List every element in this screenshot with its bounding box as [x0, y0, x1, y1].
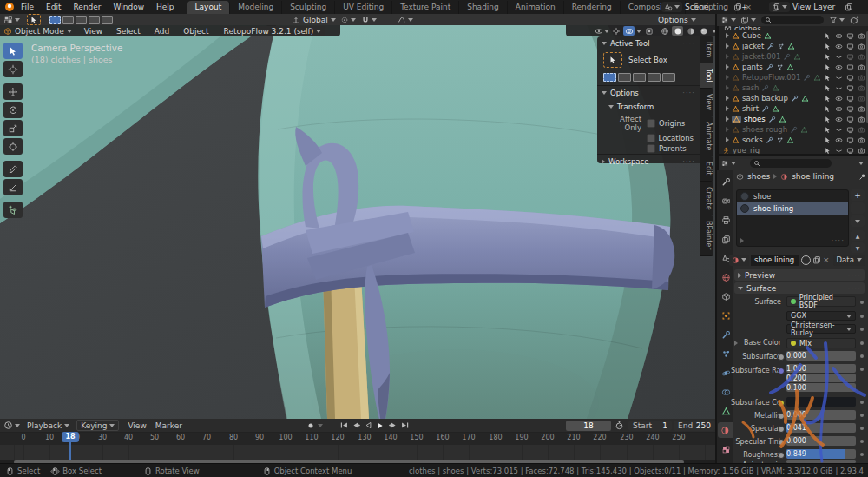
roughness-socket[interactable]	[778, 452, 785, 459]
outliner-row-socks[interactable]: socks	[719, 135, 868, 145]
animate-dot[interactable]	[860, 440, 864, 443]
subsurface-radius-z[interactable]: 0.100	[786, 383, 856, 392]
specular-slider[interactable]: 0.041	[786, 423, 856, 433]
active-tool-icon[interactable]	[603, 52, 622, 68]
object-visibility-icon[interactable]	[595, 27, 603, 36]
slot-add-button[interactable]	[851, 189, 865, 201]
metallic-socket[interactable]	[778, 413, 785, 420]
workspace-tab-uv-editing[interactable]: UV Editing	[335, 1, 392, 14]
panel-active-tool-header[interactable]: Active Tool	[597, 36, 700, 50]
metallic-slider[interactable]: 0.000	[786, 410, 856, 420]
scene-copy-icon[interactable]	[733, 3, 742, 11]
tab-tool[interactable]	[719, 174, 733, 189]
outliner-search-input[interactable]	[761, 16, 824, 24]
sidebar-tab-animate[interactable]: Animate	[700, 116, 713, 157]
playhead-line[interactable]	[69, 442, 71, 460]
preview-range-icon[interactable]	[615, 421, 624, 430]
menu-edit[interactable]: Edit	[40, 0, 67, 14]
outliner-row-shoes-rough[interactable]: shoes rough	[719, 124, 868, 135]
checkbox-parents[interactable]	[647, 144, 655, 153]
sidebar-tab-edit[interactable]: Edit	[700, 156, 713, 182]
shading-rendered-button[interactable]	[698, 26, 709, 36]
checkbox-locations[interactable]	[647, 134, 655, 142]
shading-material-button[interactable]	[685, 26, 696, 36]
playhead-label[interactable]: 18	[62, 432, 79, 442]
breadcrumb-object[interactable]: shoes	[747, 172, 770, 181]
outliner-display-mode-icon[interactable]	[740, 16, 749, 24]
auto-keying-toggle[interactable]	[306, 421, 316, 431]
subsurface-slider[interactable]: 0.000	[786, 351, 856, 361]
unlink-material-icon[interactable]	[823, 255, 830, 264]
workspace-tab-texture-paint[interactable]: Texture Paint	[392, 1, 459, 14]
tool-cursor[interactable]	[3, 61, 23, 77]
panel-transform-header[interactable]: Transform	[597, 100, 700, 114]
menu-render[interactable]: Render	[68, 0, 108, 14]
tool-scale[interactable]	[3, 120, 23, 136]
active-tool-button[interactable]	[27, 14, 41, 25]
animate-dot[interactable]	[860, 315, 864, 318]
outliner-editor-icon[interactable]	[720, 16, 729, 24]
select-mode-invert[interactable]	[89, 16, 100, 24]
surface-shader-button[interactable]: Principled BSDF	[786, 296, 856, 307]
tab-world[interactable]	[719, 269, 733, 285]
tab-render[interactable]	[719, 193, 733, 209]
viewport-menu-add[interactable]: Add	[148, 27, 176, 36]
slot-shoe-lining[interactable]: shoe lining	[737, 202, 848, 215]
tool-select-box[interactable]	[3, 43, 23, 59]
subsurface-color-swatch[interactable]	[786, 397, 856, 407]
orientation-dropdown[interactable]: Global	[292, 16, 336, 24]
tab-view-layer[interactable]	[719, 231, 733, 247]
next-keyframe-button[interactable]	[387, 421, 398, 431]
new-collection-icon[interactable]	[850, 16, 859, 25]
subsurface-radius-socket[interactable]	[778, 368, 785, 374]
animate-dot[interactable]	[860, 401, 864, 404]
specular-tint-slider[interactable]: 0.000	[786, 436, 856, 446]
tool-add-cube[interactable]	[3, 202, 23, 218]
keying-menu[interactable]: Keying	[76, 420, 119, 431]
subsurface-socket[interactable]	[778, 354, 785, 361]
tool-annotate[interactable]	[3, 161, 23, 177]
tool-rotate[interactable]	[3, 102, 23, 118]
timeline-track-area[interactable]	[0, 445, 717, 460]
timeline-marker-menu[interactable]: Marker	[155, 421, 182, 430]
sidebar-tab-create[interactable]: Create	[700, 182, 713, 216]
roughness-slider[interactable]: 0.849	[786, 449, 856, 459]
panel-select-mode-extend[interactable]	[618, 73, 631, 82]
shading-wireframe-button[interactable]	[659, 26, 670, 36]
editor-divider-horizontal[interactable]	[717, 154, 868, 156]
viewport-menu-object[interactable]: Object	[176, 27, 215, 36]
specular-tint-socket[interactable]	[778, 439, 785, 446]
select-mode-subtract[interactable]	[76, 16, 87, 24]
panel-surface-header[interactable]: Surface	[734, 282, 865, 294]
specular-socket[interactable]	[778, 426, 785, 433]
tab-constraints[interactable]	[719, 384, 733, 400]
panel-options-header[interactable]: Options	[597, 85, 700, 100]
xray-toggle[interactable]	[645, 27, 654, 36]
pivot-point-dropdown[interactable]	[340, 16, 356, 24]
material-browse-button[interactable]	[729, 255, 749, 266]
new-material-icon[interactable]	[812, 255, 821, 264]
outliner-row-retopoflow-001[interactable]: RetopoFlow.001	[719, 72, 868, 83]
animate-dot[interactable]	[860, 368, 864, 371]
distribution-dropdown[interactable]: GGX	[786, 311, 856, 321]
previous-keyframe-button[interactable]	[351, 421, 361, 431]
slot-specials-button[interactable]	[851, 215, 865, 227]
subsurface-radius-x[interactable]: 1.000	[786, 364, 856, 373]
timeline-editor-icon[interactable]	[3, 421, 13, 430]
play-reverse-button[interactable]	[363, 421, 373, 431]
panel-select-mode-invert[interactable]	[648, 73, 661, 82]
retopoflow-menu[interactable]: RetopoFlow 3.2.1 (self)	[220, 26, 326, 36]
animate-dot[interactable]	[860, 328, 864, 331]
timeline-view-menu[interactable]: View	[128, 421, 146, 430]
view-layer-name[interactable]: View Layer	[792, 3, 835, 11]
playback-menu[interactable]: Playback	[27, 421, 69, 430]
animate-dot[interactable]	[860, 453, 864, 456]
select-mode-intersect[interactable]	[102, 16, 113, 24]
outliner-row-sash[interactable]: sash	[719, 83, 868, 93]
pin-icon[interactable]	[858, 173, 866, 181]
end-frame-field[interactable]: End250	[674, 421, 715, 431]
slot-remove-button[interactable]	[851, 202, 865, 214]
view-layer-browse-button[interactable]	[769, 2, 790, 12]
workspace-tab-sculpting[interactable]: Sculpting	[282, 1, 335, 14]
select-mode-new[interactable]	[49, 16, 61, 24]
